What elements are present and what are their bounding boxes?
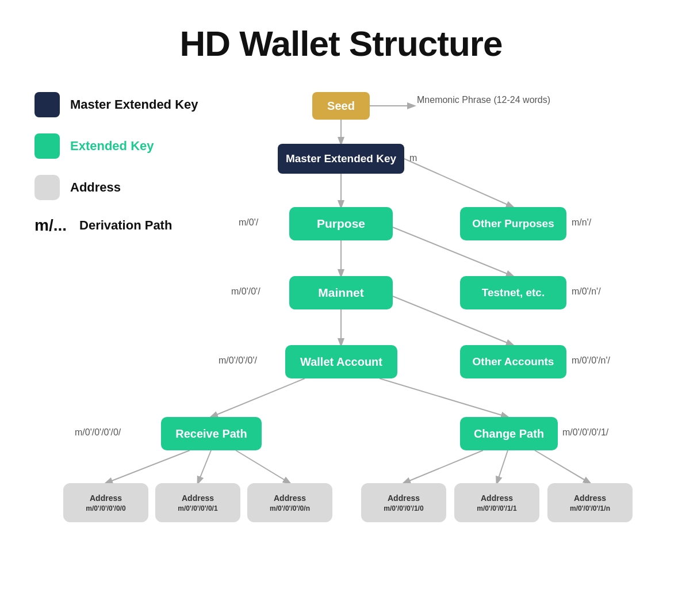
change-path-label: Change Path — [474, 427, 544, 441]
other-accounts-path-label: m/0'/0'/n'/ — [572, 355, 610, 366]
address-label-4: Address — [481, 493, 513, 503]
address-node-3: Address m/0'/0'/0'/1/0 — [361, 483, 446, 522]
address-node-4: Address m/0'/0'/0'/1/1 — [454, 483, 539, 522]
other-accounts-label: Other Accounts — [473, 355, 554, 368]
address-label-1: Address — [182, 493, 214, 503]
wallet-account-node: Wallet Account — [285, 345, 397, 378]
address-path-4: m/0'/0'/0'/1/1 — [477, 504, 516, 512]
receive-path-label: Receive Path — [175, 427, 247, 441]
address-label-3: Address — [388, 493, 420, 503]
svg-line-8 — [211, 378, 305, 417]
change-path-node: Change Path — [460, 417, 558, 450]
address-label-2: Address — [274, 493, 306, 503]
mainnet-label: Mainnet — [318, 286, 363, 300]
address-node-5: Address m/0'/0'/0'/1/n — [547, 483, 633, 522]
seed-label: Seed — [327, 100, 355, 113]
address-node-2: Address m/0'/0'/0'/0/n — [247, 483, 332, 522]
master-node: Master Extended Key — [278, 144, 404, 174]
receive-path-node: Receive Path — [161, 417, 262, 450]
wallet-account-path-label: m/0'/0'/0'/ — [219, 355, 257, 366]
other-purposes-path-label: m/n'/ — [572, 217, 591, 228]
master-path-label: m — [409, 153, 417, 163]
address-path-2: m/0'/0'/0'/0/n — [270, 504, 310, 512]
svg-line-12 — [236, 450, 290, 483]
address-label-0: Address — [90, 493, 122, 503]
mainnet-node: Mainnet — [289, 276, 393, 309]
other-purposes-label: Other Purposes — [472, 217, 554, 230]
wallet-account-label: Wallet Account — [300, 355, 382, 369]
address-path-0: m/0'/0'/0'/0/0 — [86, 504, 125, 512]
seed-node: Seed — [312, 92, 370, 120]
mnemonic-label: Mnemonic Phrase (12-24 words) — [417, 93, 550, 107]
svg-line-9 — [380, 378, 508, 417]
other-purposes-node: Other Purposes — [460, 207, 566, 240]
address-path-3: m/0'/0'/0'/1/0 — [384, 504, 423, 512]
address-node-1: Address m/0'/0'/0'/0/1 — [155, 483, 240, 522]
svg-line-11 — [198, 450, 211, 483]
diagram: Mnemonic Phrase (12-24 words) Seed Maste… — [0, 81, 682, 598]
svg-line-14 — [497, 450, 508, 483]
other-accounts-node: Other Accounts — [460, 345, 566, 378]
mainnet-path-label: m/0'/0'/ — [231, 286, 260, 297]
address-node-0: Address m/0'/0'/0'/0/0 — [63, 483, 148, 522]
address-path-1: m/0'/0'/0'/0/1 — [178, 504, 217, 512]
address-path-5: m/0'/0'/0'/1/n — [570, 504, 610, 512]
testnet-path-label: m/0'/n'/ — [572, 286, 601, 297]
purpose-label: Purpose — [317, 217, 365, 231]
svg-line-10 — [106, 450, 190, 483]
change-path-path-label: m/0'/0'/0'/1/ — [562, 427, 608, 438]
page-title: HD Wallet Structure — [0, 0, 682, 81]
svg-line-13 — [404, 450, 483, 483]
testnet-label: Testnet, etc. — [482, 286, 545, 299]
testnet-node: Testnet, etc. — [460, 276, 566, 309]
receive-path-path-label: m/0'/0'/0'/0/ — [75, 427, 121, 438]
master-label: Master Extended Key — [286, 152, 396, 165]
svg-line-3 — [404, 159, 513, 207]
svg-line-15 — [535, 450, 590, 483]
address-label-5: Address — [574, 493, 606, 503]
purpose-node: Purpose — [289, 207, 393, 240]
purpose-path-label: m/0'/ — [239, 217, 258, 228]
